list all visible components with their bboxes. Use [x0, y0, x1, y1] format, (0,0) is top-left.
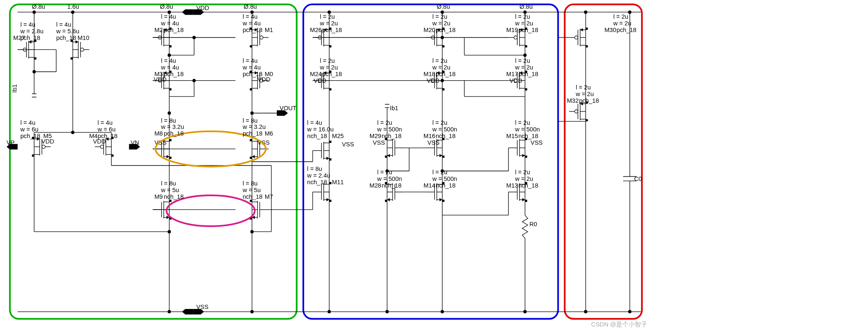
tx-M19-text: l = 2uw = 2uM19pch_18 [506, 13, 538, 33]
svg-text:l = 4u: l = 4u [243, 57, 258, 64]
svg-text:pch_18: pch_18 [164, 130, 184, 137]
tx-M25 [313, 141, 331, 161]
svg-point-52 [32, 10, 36, 14]
svg-text:w = 4u: w = 4u [242, 64, 261, 71]
tx-M30-text: l = 2uw = 2uM30pch_18 [604, 13, 636, 33]
svg-text:M1: M1 [265, 27, 273, 33]
dim-4: Ø.8u [244, 3, 257, 10]
svg-text:nch_18: nch_18 [518, 182, 538, 189]
svg-point-49 [32, 70, 36, 73]
tx-M18-text: l = 2uw = 2uM18pch_18 [424, 57, 456, 77]
tx-M25-text: l = 4uw = 16.0unch_18M25 [307, 119, 344, 139]
svg-text:w = 500n: w = 500n [432, 175, 457, 182]
tx-M30 [569, 27, 588, 47]
svg-text:w = 16.0u: w = 16.0u [307, 126, 334, 133]
svg-text:nch_18: nch_18 [307, 179, 327, 185]
svg-text:M9: M9 [154, 193, 163, 200]
tx-M6-text: l = 8uw = 3.2u pch_18M6 [242, 117, 273, 137]
svg-text:nch_18: nch_18 [243, 193, 263, 200]
tx-M8-text: l = 8uw = 3.2u M8pch_18 [154, 117, 184, 137]
svg-text:w = 500n: w = 500n [515, 126, 540, 133]
vn-label: VN [131, 139, 139, 146]
svg-text:VSS: VSS [530, 139, 542, 146]
svg-text:l = 2u: l = 2u [515, 169, 530, 175]
svg-text:l = 2u: l = 2u [432, 57, 447, 64]
svg-text:w = 2u: w = 2u [432, 20, 450, 27]
svg-text:nch_18: nch_18 [307, 133, 327, 139]
svg-text:l = 2u: l = 2u [515, 119, 530, 126]
svg-text:pch_18: pch_18 [98, 133, 118, 139]
tx-M29 [385, 138, 404, 158]
svg-text:w = 2u: w = 2u [319, 64, 338, 71]
svg-text:w = 3.2u: w = 3.2u [242, 124, 266, 130]
tx-M29-text: l = 2uw = 500nM29nch_18 [370, 119, 402, 139]
svg-point-51 [71, 10, 74, 14]
svg-text:l = 4u: l = 4u [243, 13, 258, 20]
svg-text:w = 6u: w = 6u [20, 126, 38, 133]
svg-text:M8: M8 [154, 130, 163, 137]
svg-text:pch_18: pch_18 [579, 97, 599, 104]
stage-red-box [565, 5, 642, 319]
tx-M20-text: l = 2uw = 2uM20pch_18 [424, 13, 456, 33]
svg-text:M25: M25 [332, 133, 344, 139]
tx-M32 [569, 101, 588, 121]
svg-text:M10: M10 [77, 35, 89, 41]
svg-text:w = 5u: w = 5u [242, 187, 261, 193]
C0-label: C0 [634, 175, 642, 182]
svg-text:pch_18: pch_18 [20, 133, 40, 139]
tx-M9-text: l = 8uw = 5u M9nch_18 [154, 180, 183, 200]
svg-text:VSS: VSS [427, 139, 439, 146]
svg-text:M11: M11 [332, 179, 344, 185]
svg-text:nch_18: nch_18 [382, 133, 402, 139]
svg-text:pch_18: pch_18 [56, 35, 76, 41]
svg-text:M29: M29 [370, 133, 381, 139]
tx-M28-text: l = 2uw = 500nM28nch_18 [370, 169, 402, 189]
tx-M1-text: l = 4uw = 4u pch_18M1 [242, 13, 273, 33]
svg-text:M15: M15 [506, 133, 518, 139]
svg-text:l = 2u: l = 2u [320, 57, 335, 64]
svg-point-269 [628, 310, 631, 314]
tx-M11-text: l = 8uw = 2.4unch_18M11 [307, 166, 344, 185]
highlight-pink [167, 195, 255, 226]
svg-text:M3: M3 [154, 71, 163, 77]
svg-text:M18: M18 [424, 71, 435, 77]
tx-M0-text: l = 4uw = 4u pch_18M0 [242, 57, 273, 77]
svg-text:M4: M4 [89, 133, 97, 139]
tx-M10 [71, 40, 89, 60]
svg-text:l = 8u: l = 8u [307, 166, 322, 172]
svg-text:l = 2u: l = 2u [432, 13, 447, 20]
dim-6: Ø.8u [520, 3, 533, 10]
svg-text:M16: M16 [424, 133, 435, 139]
tx-M7-text: l = 8uw = 5u nch_18M7 [242, 180, 273, 200]
svg-text:w = 5u: w = 5u [160, 187, 179, 193]
svg-text:M19: M19 [506, 27, 518, 33]
svg-text:l = 4u: l = 4u [98, 119, 113, 126]
svg-text:w = 2u: w = 2u [613, 20, 631, 27]
svg-text:l = 4u: l = 4u [20, 119, 35, 126]
svg-text:l = 2u: l = 2u [613, 13, 628, 20]
svg-text:l = 4u: l = 4u [56, 21, 71, 28]
svg-text:l = 2u: l = 2u [515, 13, 530, 20]
schematic-root: VDD VSS Ø.8u 1.6u Ø.8u Ø.8u Ø.8u Ø.8u Ib… [0, 0, 868, 331]
tx-M5-text: l = 4u w = 6u pch_18 M5 [20, 119, 52, 139]
svg-text:pch_18: pch_18 [322, 71, 342, 77]
svg-point-62 [71, 131, 74, 134]
tx-M32-text: l = 2uw = 2uM32pch_18 [567, 84, 599, 104]
svg-text:l = 2u: l = 2u [576, 84, 591, 91]
svg-text:l = 4u: l = 4u [20, 21, 35, 28]
svg-text:w = 6u: w = 6u [97, 126, 116, 133]
tx-M13-text: l = 2uw = 2uM13nch_18 [506, 169, 538, 189]
svg-text:l = 8u: l = 8u [161, 117, 176, 124]
tx-M16-text: l = 2uw = 500nM16nch_18 [424, 119, 457, 139]
tx-M15-text: l = 2uw = 500nM15nch_18 [506, 119, 540, 139]
svg-text:pch_18: pch_18 [436, 71, 456, 77]
svg-text:pch_18: pch_18 [518, 27, 538, 33]
svg-text:pch_18: pch_18 [164, 71, 184, 77]
svg-point-263 [584, 310, 587, 314]
vdd-label: VDD [196, 5, 209, 11]
svg-text:pch_18: pch_18 [518, 71, 538, 77]
dim-3: Ø.8u [160, 3, 173, 10]
svg-text:l = 8u: l = 8u [243, 180, 258, 187]
svg-text:M0: M0 [265, 71, 273, 77]
svg-point-169 [441, 310, 444, 314]
